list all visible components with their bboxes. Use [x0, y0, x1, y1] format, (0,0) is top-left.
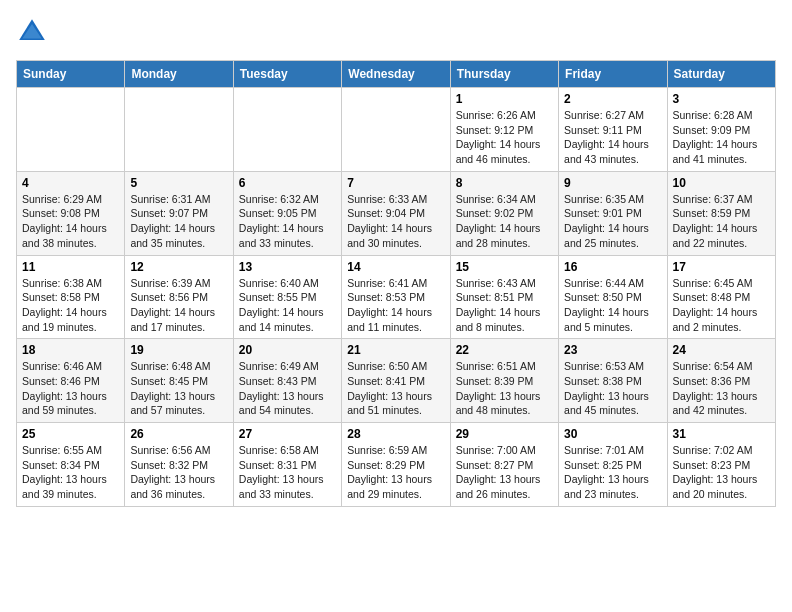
day-number: 13 [239, 260, 336, 274]
day-number: 16 [564, 260, 661, 274]
day-info: Sunrise: 7:02 AM Sunset: 8:23 PM Dayligh… [673, 443, 770, 502]
calendar-cell: 2Sunrise: 6:27 AM Sunset: 9:11 PM Daylig… [559, 88, 667, 172]
day-header-tuesday: Tuesday [233, 61, 341, 88]
calendar-cell: 19Sunrise: 6:48 AM Sunset: 8:45 PM Dayli… [125, 339, 233, 423]
calendar-week-row: 18Sunrise: 6:46 AM Sunset: 8:46 PM Dayli… [17, 339, 776, 423]
calendar-cell: 11Sunrise: 6:38 AM Sunset: 8:58 PM Dayli… [17, 255, 125, 339]
calendar-cell: 7Sunrise: 6:33 AM Sunset: 9:04 PM Daylig… [342, 171, 450, 255]
calendar-cell: 22Sunrise: 6:51 AM Sunset: 8:39 PM Dayli… [450, 339, 558, 423]
day-number: 2 [564, 92, 661, 106]
day-number: 18 [22, 343, 119, 357]
day-info: Sunrise: 6:37 AM Sunset: 8:59 PM Dayligh… [673, 192, 770, 251]
calendar-cell: 27Sunrise: 6:58 AM Sunset: 8:31 PM Dayli… [233, 423, 341, 507]
day-number: 28 [347, 427, 444, 441]
calendar-cell: 25Sunrise: 6:55 AM Sunset: 8:34 PM Dayli… [17, 423, 125, 507]
calendar-cell: 6Sunrise: 6:32 AM Sunset: 9:05 PM Daylig… [233, 171, 341, 255]
calendar-week-row: 11Sunrise: 6:38 AM Sunset: 8:58 PM Dayli… [17, 255, 776, 339]
calendar-cell: 18Sunrise: 6:46 AM Sunset: 8:46 PM Dayli… [17, 339, 125, 423]
day-info: Sunrise: 6:39 AM Sunset: 8:56 PM Dayligh… [130, 276, 227, 335]
day-info: Sunrise: 6:46 AM Sunset: 8:46 PM Dayligh… [22, 359, 119, 418]
calendar-cell: 31Sunrise: 7:02 AM Sunset: 8:23 PM Dayli… [667, 423, 775, 507]
calendar-cell: 15Sunrise: 6:43 AM Sunset: 8:51 PM Dayli… [450, 255, 558, 339]
day-info: Sunrise: 6:31 AM Sunset: 9:07 PM Dayligh… [130, 192, 227, 251]
day-number: 31 [673, 427, 770, 441]
day-info: Sunrise: 6:33 AM Sunset: 9:04 PM Dayligh… [347, 192, 444, 251]
day-number: 6 [239, 176, 336, 190]
day-info: Sunrise: 6:58 AM Sunset: 8:31 PM Dayligh… [239, 443, 336, 502]
calendar-cell: 30Sunrise: 7:01 AM Sunset: 8:25 PM Dayli… [559, 423, 667, 507]
day-number: 9 [564, 176, 661, 190]
calendar-cell: 29Sunrise: 7:00 AM Sunset: 8:27 PM Dayli… [450, 423, 558, 507]
day-info: Sunrise: 6:55 AM Sunset: 8:34 PM Dayligh… [22, 443, 119, 502]
day-number: 14 [347, 260, 444, 274]
calendar-cell: 8Sunrise: 6:34 AM Sunset: 9:02 PM Daylig… [450, 171, 558, 255]
day-info: Sunrise: 6:48 AM Sunset: 8:45 PM Dayligh… [130, 359, 227, 418]
calendar-cell: 28Sunrise: 6:59 AM Sunset: 8:29 PM Dayli… [342, 423, 450, 507]
calendar-week-row: 25Sunrise: 6:55 AM Sunset: 8:34 PM Dayli… [17, 423, 776, 507]
calendar-cell: 21Sunrise: 6:50 AM Sunset: 8:41 PM Dayli… [342, 339, 450, 423]
day-info: Sunrise: 6:56 AM Sunset: 8:32 PM Dayligh… [130, 443, 227, 502]
day-info: Sunrise: 6:27 AM Sunset: 9:11 PM Dayligh… [564, 108, 661, 167]
calendar-header-row: SundayMondayTuesdayWednesdayThursdayFrid… [17, 61, 776, 88]
day-info: Sunrise: 7:00 AM Sunset: 8:27 PM Dayligh… [456, 443, 553, 502]
day-info: Sunrise: 6:50 AM Sunset: 8:41 PM Dayligh… [347, 359, 444, 418]
day-header-saturday: Saturday [667, 61, 775, 88]
calendar-cell: 3Sunrise: 6:28 AM Sunset: 9:09 PM Daylig… [667, 88, 775, 172]
calendar-cell: 12Sunrise: 6:39 AM Sunset: 8:56 PM Dayli… [125, 255, 233, 339]
day-number: 30 [564, 427, 661, 441]
day-number: 7 [347, 176, 444, 190]
day-info: Sunrise: 6:34 AM Sunset: 9:02 PM Dayligh… [456, 192, 553, 251]
calendar-cell: 17Sunrise: 6:45 AM Sunset: 8:48 PM Dayli… [667, 255, 775, 339]
day-info: Sunrise: 6:35 AM Sunset: 9:01 PM Dayligh… [564, 192, 661, 251]
calendar-cell [17, 88, 125, 172]
day-header-thursday: Thursday [450, 61, 558, 88]
calendar-cell: 24Sunrise: 6:54 AM Sunset: 8:36 PM Dayli… [667, 339, 775, 423]
day-header-friday: Friday [559, 61, 667, 88]
day-header-wednesday: Wednesday [342, 61, 450, 88]
calendar-cell [342, 88, 450, 172]
calendar-cell: 5Sunrise: 6:31 AM Sunset: 9:07 PM Daylig… [125, 171, 233, 255]
day-number: 17 [673, 260, 770, 274]
day-info: Sunrise: 6:28 AM Sunset: 9:09 PM Dayligh… [673, 108, 770, 167]
day-number: 12 [130, 260, 227, 274]
day-number: 4 [22, 176, 119, 190]
day-header-sunday: Sunday [17, 61, 125, 88]
calendar-cell: 9Sunrise: 6:35 AM Sunset: 9:01 PM Daylig… [559, 171, 667, 255]
day-info: Sunrise: 6:45 AM Sunset: 8:48 PM Dayligh… [673, 276, 770, 335]
calendar-cell: 16Sunrise: 6:44 AM Sunset: 8:50 PM Dayli… [559, 255, 667, 339]
day-number: 26 [130, 427, 227, 441]
day-number: 19 [130, 343, 227, 357]
logo-icon [16, 16, 48, 48]
day-info: Sunrise: 6:54 AM Sunset: 8:36 PM Dayligh… [673, 359, 770, 418]
day-info: Sunrise: 6:29 AM Sunset: 9:08 PM Dayligh… [22, 192, 119, 251]
day-number: 5 [130, 176, 227, 190]
day-number: 20 [239, 343, 336, 357]
day-info: Sunrise: 6:38 AM Sunset: 8:58 PM Dayligh… [22, 276, 119, 335]
day-number: 25 [22, 427, 119, 441]
day-info: Sunrise: 6:40 AM Sunset: 8:55 PM Dayligh… [239, 276, 336, 335]
day-info: Sunrise: 6:43 AM Sunset: 8:51 PM Dayligh… [456, 276, 553, 335]
day-number: 1 [456, 92, 553, 106]
day-info: Sunrise: 7:01 AM Sunset: 8:25 PM Dayligh… [564, 443, 661, 502]
calendar-week-row: 1Sunrise: 6:26 AM Sunset: 9:12 PM Daylig… [17, 88, 776, 172]
day-info: Sunrise: 6:32 AM Sunset: 9:05 PM Dayligh… [239, 192, 336, 251]
day-info: Sunrise: 6:51 AM Sunset: 8:39 PM Dayligh… [456, 359, 553, 418]
calendar-cell [125, 88, 233, 172]
day-info: Sunrise: 6:41 AM Sunset: 8:53 PM Dayligh… [347, 276, 444, 335]
day-number: 21 [347, 343, 444, 357]
day-number: 23 [564, 343, 661, 357]
day-number: 24 [673, 343, 770, 357]
day-number: 3 [673, 92, 770, 106]
calendar-cell: 26Sunrise: 6:56 AM Sunset: 8:32 PM Dayli… [125, 423, 233, 507]
page-header [16, 16, 776, 48]
calendar-week-row: 4Sunrise: 6:29 AM Sunset: 9:08 PM Daylig… [17, 171, 776, 255]
day-info: Sunrise: 6:53 AM Sunset: 8:38 PM Dayligh… [564, 359, 661, 418]
day-info: Sunrise: 6:26 AM Sunset: 9:12 PM Dayligh… [456, 108, 553, 167]
day-info: Sunrise: 6:59 AM Sunset: 8:29 PM Dayligh… [347, 443, 444, 502]
day-number: 8 [456, 176, 553, 190]
logo [16, 16, 52, 48]
day-number: 10 [673, 176, 770, 190]
calendar-cell [233, 88, 341, 172]
calendar-table: SundayMondayTuesdayWednesdayThursdayFrid… [16, 60, 776, 507]
day-number: 29 [456, 427, 553, 441]
